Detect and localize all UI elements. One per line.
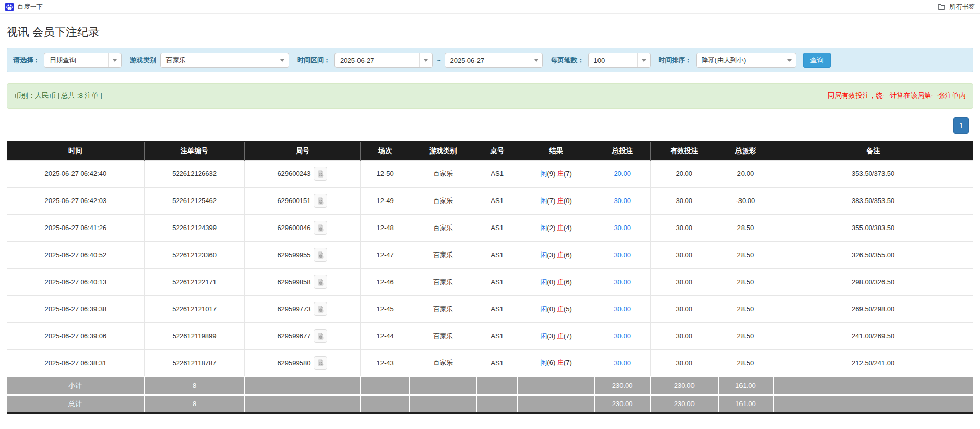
video-replay-button[interactable] (314, 329, 327, 343)
video-replay-button[interactable] (314, 194, 327, 208)
film-reel-icon (316, 250, 325, 260)
result-banker: 庄 (557, 359, 564, 366)
cell-result: 闲(0) 庄(5) (518, 295, 594, 322)
result-player: 闲 (540, 332, 547, 340)
query-type-dropdown[interactable]: 日期查询 (44, 53, 122, 68)
total-payout: 161.00 (718, 395, 773, 413)
header-result: 结果 (518, 142, 594, 160)
result-player: 闲 (540, 251, 547, 259)
total-bet-link[interactable]: 30.00 (614, 278, 631, 286)
cell-payout: 28.50 (718, 268, 773, 295)
currency-total-text: 币别：人民币 | 总共 :8 注单 | (14, 91, 102, 100)
cell-session: 12-46 (361, 268, 410, 295)
cell-valid-bet: 20.00 (651, 160, 718, 187)
time-sort-dropdown[interactable]: 降幂(由大到小) (696, 53, 796, 68)
cell-bet-id: 522612118787 (144, 349, 245, 376)
cell-valid-bet: 30.00 (651, 295, 718, 322)
cell-total-bet: 30.00 (594, 241, 651, 268)
cell-round-id: 629599677 (245, 322, 361, 349)
total-bet-link[interactable]: 30.00 (614, 197, 631, 205)
cell-round-id: 629599858 (245, 268, 361, 295)
table-row: 2025-06-27 06:40:52 522612123360 6295999… (7, 241, 973, 268)
table-row: 2025-06-27 06:39:06 522612119899 6295996… (7, 322, 973, 349)
round-id-text: 629599858 (277, 278, 310, 286)
cell-round-id: 629600243 (245, 160, 361, 187)
cell-valid-bet: 30.00 (651, 241, 718, 268)
cell-total-bet: 30.00 (594, 322, 651, 349)
all-bookmarks-button[interactable]: 所有书签 (937, 3, 975, 11)
cell-session: 12-49 (361, 187, 410, 214)
cell-result: 闲(2) 庄(4) (518, 214, 594, 241)
cell-valid-bet: 30.00 (651, 349, 718, 376)
cell-note: 326.50/355.00 (773, 241, 973, 268)
cell-game-type: 百家乐 (410, 160, 476, 187)
cell-payout: 28.50 (718, 322, 773, 349)
bookmarks-bar: 百度一下 所有书签 (0, 0, 980, 14)
result-banker: 庄 (557, 305, 564, 313)
game-type-dropdown[interactable]: 百家乐 (160, 53, 289, 68)
all-bookmarks-label: 所有书签 (949, 3, 975, 11)
cell-session: 12-50 (361, 160, 410, 187)
video-replay-button[interactable] (314, 248, 327, 262)
time-sort-label: 时间排序： (659, 56, 692, 65)
grand-total-row: 总计 8 230.00 230.00 161.00 (7, 395, 973, 413)
bookmarks-divider (928, 3, 928, 11)
subtotal-count: 8 (144, 376, 245, 395)
cell-note: 212.50/241.00 (773, 349, 973, 376)
total-bet-link[interactable]: 20.00 (614, 170, 631, 178)
date-to-value: 2025-06-27 (445, 57, 530, 64)
cell-session: 12-43 (361, 349, 410, 376)
cell-note: 241.00/269.50 (773, 322, 973, 349)
cell-bet-id: 522612121017 (144, 295, 245, 322)
cell-result: 闲(9) 庄(7) (518, 160, 594, 187)
round-id-text: 629599580 (277, 359, 310, 367)
date-from-picker[interactable]: 2025-06-27 (334, 53, 433, 68)
cell-round-id: 629599580 (245, 349, 361, 376)
cell-game-type: 百家乐 (410, 295, 476, 322)
page-1-button[interactable]: 1 (953, 117, 969, 134)
cell-total-bet: 30.00 (594, 295, 651, 322)
subtotal-valid-bet: 230.00 (651, 376, 718, 395)
cell-total-bet: 20.00 (594, 160, 651, 187)
query-button[interactable]: 查询 (803, 53, 831, 68)
result-player: 闲 (540, 170, 547, 178)
cell-time: 2025-06-27 06:40:13 (7, 268, 145, 295)
video-replay-button[interactable] (314, 302, 327, 316)
cell-session: 12-45 (361, 295, 410, 322)
cell-game-type: 百家乐 (410, 214, 476, 241)
pagination: 1 (7, 117, 969, 134)
bookmark-baidu[interactable]: 百度一下 (5, 3, 43, 11)
table-row: 2025-06-27 06:39:38 522612121017 6295997… (7, 295, 973, 322)
subtotal-row: 小计 8 230.00 230.00 161.00 (7, 376, 973, 395)
header-bet-id: 注单编号 (144, 142, 245, 160)
subtotal-label: 小计 (7, 376, 145, 395)
date-range-label: 时间区间： (297, 56, 330, 65)
total-bet-link[interactable]: 30.00 (614, 251, 631, 259)
total-bet-link[interactable]: 30.00 (614, 332, 631, 340)
cell-time: 2025-06-27 06:42:03 (7, 187, 145, 214)
video-replay-button[interactable] (314, 356, 327, 370)
video-replay-button[interactable] (314, 221, 327, 235)
header-game-type: 游戏类别 (410, 142, 476, 160)
total-bet-link[interactable]: 30.00 (614, 224, 631, 232)
film-reel-icon (316, 358, 325, 367)
page-size-dropdown[interactable]: 100 (588, 53, 651, 68)
table-row: 2025-06-27 06:42:03 522612125462 6296001… (7, 187, 973, 214)
total-bet-link[interactable]: 30.00 (614, 359, 631, 367)
date-to-picker[interactable]: 2025-06-27 (445, 53, 543, 68)
cell-payout: 20.00 (718, 160, 773, 187)
table-row: 2025-06-27 06:41:26 522612124399 6296000… (7, 214, 973, 241)
chevron-down-icon (530, 53, 542, 67)
video-replay-button[interactable] (314, 275, 327, 289)
result-banker: 庄 (557, 224, 564, 232)
total-bet-link[interactable]: 30.00 (614, 305, 631, 313)
cell-round-id: 629599773 (245, 295, 361, 322)
cell-table-no: AS1 (476, 295, 518, 322)
result-player: 闲 (540, 305, 547, 313)
page-title: 视讯 会员下注纪录 (7, 25, 980, 39)
cell-total-bet: 30.00 (594, 349, 651, 376)
table-body: 2025-06-27 06:42:40 522612126632 6296002… (7, 160, 973, 376)
cell-valid-bet: 30.00 (651, 187, 718, 214)
video-replay-button[interactable] (314, 167, 327, 181)
query-type-value: 日期查询 (44, 56, 108, 65)
